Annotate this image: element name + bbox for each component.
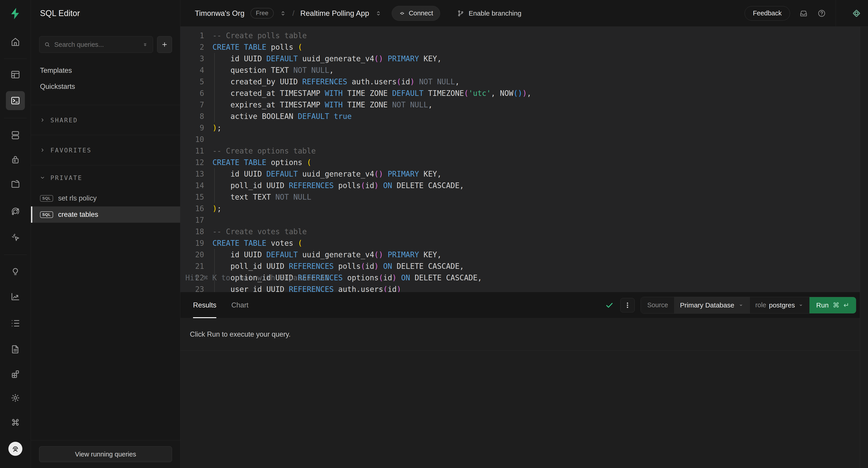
code-line: 8 active BOOLEAN DEFAULT true xyxy=(180,111,860,122)
rail-database[interactable] xyxy=(6,126,25,145)
sql-code-editor[interactable]: Hit ⌘ K to chat with Supabase AI 1-- Cre… xyxy=(180,27,860,292)
branch-icon xyxy=(457,9,465,17)
indent-guide xyxy=(214,53,215,122)
chevron-right-icon xyxy=(39,147,45,153)
line-number: 14 xyxy=(180,181,204,190)
line-number: 12 xyxy=(180,158,204,167)
rail-integrations[interactable] xyxy=(6,365,25,384)
home-icon xyxy=(10,37,21,47)
divider xyxy=(836,0,836,27)
query-item-label: set rls policy xyxy=(58,194,97,202)
code-line: 13 id UUID DEFAULT uuid_generate_v4() PR… xyxy=(180,168,860,180)
sidebar-link-quickstarts[interactable]: Quickstarts xyxy=(31,79,180,94)
cmd-key-icon: ⌘ xyxy=(833,301,839,309)
code-line: 2CREATE TABLE polls ( xyxy=(180,41,860,53)
rail-storage[interactable] xyxy=(6,175,25,193)
line-number: 18 xyxy=(180,227,204,236)
line-number: 21 xyxy=(180,262,204,271)
integrations-icon xyxy=(10,369,21,379)
sidebar-section-favorites[interactable]: FAVORITES xyxy=(31,135,180,165)
code-line: 23 user_id UUID REFERENCES auth.users(id… xyxy=(180,283,860,292)
inbox-icon[interactable] xyxy=(799,9,808,18)
source-label: Source xyxy=(641,297,675,313)
check-icon xyxy=(604,300,614,310)
code-line: 16); xyxy=(180,203,860,214)
plug-icon xyxy=(399,10,405,17)
sql-editor-sidebar: SQL Editor Search queries... TemplatesQu… xyxy=(31,0,180,468)
rail-advisors[interactable] xyxy=(6,262,25,281)
rail-realtime[interactable] xyxy=(6,228,25,247)
assistant-side-strip[interactable] xyxy=(860,27,868,468)
double-chevron-down-icon[interactable] xyxy=(142,41,148,48)
tab-chart[interactable]: Chart xyxy=(231,292,248,318)
sidebar-section-shared[interactable]: SHARED xyxy=(31,105,180,135)
sidebar-link-templates[interactable]: Templates xyxy=(31,62,180,79)
new-query-button[interactable] xyxy=(157,36,172,53)
rail-logs[interactable] xyxy=(6,314,25,333)
logs-icon xyxy=(10,318,21,329)
database-select[interactable]: Primary Database xyxy=(675,297,750,313)
line-number: 16 xyxy=(180,204,204,213)
rail-sql-editor[interactable] xyxy=(6,91,25,110)
code-line: 19CREATE TABLE votes ( xyxy=(180,238,860,249)
rail-reports[interactable] xyxy=(6,287,25,306)
line-number: 1 xyxy=(180,31,204,40)
query-item-create-tables[interactable]: SQLcreate tables xyxy=(31,207,180,223)
advisors-icon xyxy=(10,266,21,277)
line-number: 22 xyxy=(180,273,204,282)
supabase-logo[interactable] xyxy=(8,7,22,20)
code-line: 12CREATE TABLE options ( xyxy=(180,157,860,168)
results-panel: ResultsChart Source Primary Database rol… xyxy=(180,292,860,468)
sidebar-footer: View running queries xyxy=(31,440,180,468)
chevron-down-icon xyxy=(39,175,45,181)
project-switcher-icon[interactable] xyxy=(375,10,382,17)
view-running-queries-button[interactable]: View running queries xyxy=(39,446,172,462)
chevron-down-icon xyxy=(798,302,804,308)
line-number: 10 xyxy=(180,135,204,144)
run-button[interactable]: Run ⌘ ↵ xyxy=(809,297,856,313)
divider xyxy=(4,118,27,118)
rail-home[interactable] xyxy=(6,32,25,51)
command-menu-icon xyxy=(10,417,21,428)
rail-table-editor[interactable] xyxy=(6,65,25,84)
edge-functions-icon xyxy=(10,207,21,217)
user-avatar[interactable] xyxy=(8,442,22,456)
query-item-set-rls-policy[interactable]: SQLset rls policy xyxy=(31,190,180,207)
code-line: 4 question TEXT NOT NULL, xyxy=(180,64,860,76)
project-name[interactable]: Realtime Polling App xyxy=(301,9,369,18)
search-input[interactable]: Search queries... xyxy=(39,36,153,53)
enter-key-icon: ↵ xyxy=(844,301,849,309)
results-empty-area xyxy=(180,350,860,468)
reports-icon xyxy=(10,291,21,302)
sql-badge: SQL xyxy=(40,195,53,202)
connect-button[interactable]: Connect xyxy=(392,6,440,21)
breadcrumb-separator: / xyxy=(292,9,294,18)
rail-auth[interactable] xyxy=(6,150,25,169)
rail-api-docs[interactable] xyxy=(6,340,25,359)
database-icon xyxy=(10,130,21,141)
settings-icon xyxy=(10,393,21,403)
line-number: 13 xyxy=(180,169,204,178)
role-select[interactable]: role postgres xyxy=(750,297,809,313)
code-line: 22 option_id UUID REFERENCES options(id)… xyxy=(180,272,860,283)
auth-icon xyxy=(10,154,21,165)
tab-results[interactable]: Results xyxy=(193,292,216,318)
code-line: 15 text TEXT NOT NULL xyxy=(180,191,860,203)
ai-assistant-button[interactable] xyxy=(845,0,868,27)
page-title: SQL Editor xyxy=(31,0,180,18)
rail-edge-functions[interactable] xyxy=(6,202,25,221)
run-controls: Source Primary Database role postgres xyxy=(641,297,856,314)
feedback-button[interactable]: Feedback xyxy=(745,6,790,21)
search-icon xyxy=(44,41,51,48)
code-line: 9); xyxy=(180,122,860,134)
more-options-button[interactable] xyxy=(620,298,635,312)
chevron-right-icon xyxy=(39,117,45,123)
rail-settings[interactable] xyxy=(6,388,25,407)
code-line: 10 xyxy=(180,134,860,145)
enable-branching-button[interactable]: Enable branching xyxy=(457,9,522,17)
help-icon[interactable] xyxy=(817,9,826,18)
sidebar-section-private[interactable]: PRIVATE xyxy=(31,165,180,190)
rail-command-menu[interactable] xyxy=(6,413,25,432)
org-switcher-icon[interactable] xyxy=(280,10,286,17)
org-name[interactable]: Timonwa's Org xyxy=(195,9,245,18)
